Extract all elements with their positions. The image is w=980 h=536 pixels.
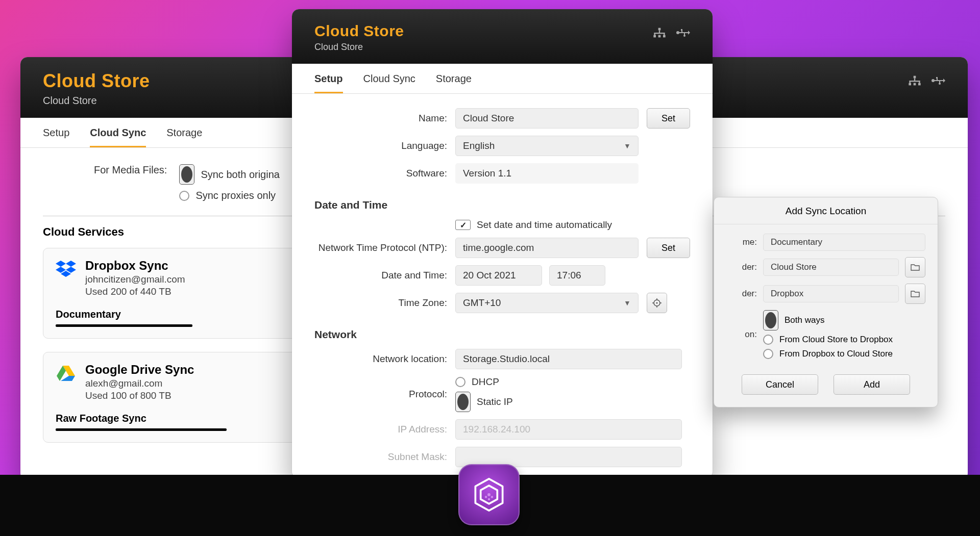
protocol-static[interactable]: Static IP xyxy=(455,392,690,412)
usb-icon[interactable] xyxy=(931,75,945,88)
svg-rect-29 xyxy=(654,33,655,36)
timezone-label: Time Zone: xyxy=(314,297,447,309)
netloc-input[interactable]: Storage.Studio.local xyxy=(455,349,682,369)
svg-marker-15 xyxy=(56,261,66,267)
add-sync-location-panel: Add Sync Location me: Documentary der: C… xyxy=(714,197,938,407)
checkbox-icon xyxy=(455,220,471,230)
ip-input[interactable]: 192.168.24.100 xyxy=(455,419,682,440)
radio-icon xyxy=(763,310,778,330)
svg-rect-6 xyxy=(910,81,911,84)
netloc-label: Network location: xyxy=(314,353,447,365)
protocol-dhcp[interactable]: DHCP xyxy=(455,376,690,388)
tab-storage[interactable]: Storage xyxy=(166,127,202,147)
svg-point-47 xyxy=(485,496,487,498)
svg-point-43 xyxy=(656,302,657,304)
service-account: alexh@gmail.com xyxy=(85,378,194,389)
asl-folder1-input[interactable]: Cloud Store xyxy=(763,259,899,276)
svg-rect-23 xyxy=(658,28,661,31)
radio-icon xyxy=(179,164,194,185)
time-input[interactable]: 17:06 xyxy=(549,265,605,286)
svg-marker-16 xyxy=(66,261,76,267)
radio-icon xyxy=(763,335,773,345)
svg-rect-32 xyxy=(678,32,688,33)
header-icons xyxy=(908,75,945,88)
asl-folder2-browse-button[interactable] xyxy=(905,284,925,304)
ntp-input[interactable]: time.google.com xyxy=(455,238,639,258)
asl-dir-both[interactable]: Both ways xyxy=(763,310,925,330)
service-name: Google Drive Sync xyxy=(85,363,194,377)
service-account: johncitizen@gmail.com xyxy=(85,274,185,285)
svg-point-46 xyxy=(487,493,491,496)
asl-dir-to-dropbox[interactable]: From Cloud Store to Dropbox xyxy=(763,335,925,345)
radio-icon xyxy=(455,392,471,412)
ntp-set-button[interactable]: Set xyxy=(647,238,690,258)
asl-folder1-browse-button[interactable] xyxy=(905,257,925,277)
chevron-down-icon: ▼ xyxy=(624,299,631,307)
tab-cloud-sync[interactable]: Cloud Sync xyxy=(363,73,415,93)
header-icons xyxy=(652,28,690,40)
asl-name-input[interactable]: Documentary xyxy=(763,234,925,251)
app-icon[interactable] xyxy=(458,464,520,525)
svg-rect-14 xyxy=(939,81,940,84)
svg-marker-10 xyxy=(943,79,945,83)
asl-folder1-label: der: xyxy=(726,262,757,272)
svg-rect-0 xyxy=(914,76,916,79)
asl-add-button[interactable]: Add xyxy=(834,374,910,395)
svg-point-49 xyxy=(488,498,490,500)
language-label: Language: xyxy=(314,140,447,151)
app-title: Cloud Store xyxy=(43,70,150,92)
name-set-button[interactable]: Set xyxy=(647,108,690,129)
network-icon[interactable] xyxy=(908,75,922,88)
google-drive-icon xyxy=(56,363,76,383)
tab-setup[interactable]: Setup xyxy=(43,127,69,147)
media-files-option-proxies[interactable]: Sync proxies only xyxy=(179,190,280,201)
asl-folder2-label: der: xyxy=(726,289,757,299)
cloudstore-window-setup: Cloud Store Cloud Store Setup Cloud Sync… xyxy=(292,9,713,478)
radio-icon xyxy=(179,191,189,201)
radio-icon xyxy=(763,349,773,359)
svg-rect-9 xyxy=(933,80,943,81)
locate-timezone-button[interactable] xyxy=(647,293,667,313)
tabs: Setup Cloud Sync Storage xyxy=(292,64,713,94)
datetime-heading: Date and Time xyxy=(314,199,690,211)
tab-storage[interactable]: Storage xyxy=(436,73,472,93)
service-progress-bar xyxy=(56,428,227,431)
svg-rect-2 xyxy=(914,83,916,86)
software-label: Software: xyxy=(314,168,447,179)
svg-rect-30 xyxy=(664,33,665,36)
tab-cloud-sync[interactable]: Cloud Sync xyxy=(90,127,146,147)
usb-icon[interactable] xyxy=(676,28,690,40)
asl-direction-label: on: xyxy=(726,329,757,340)
window-header: Cloud Store Cloud Store xyxy=(292,9,713,64)
asl-cancel-button[interactable]: Cancel xyxy=(742,374,818,395)
svg-rect-25 xyxy=(658,35,661,38)
protocol-label: Protocol: xyxy=(314,389,447,400)
service-usage: Used 200 of 440 TB xyxy=(85,286,185,297)
svg-marker-33 xyxy=(688,31,690,35)
auto-datetime-checkbox[interactable]: Set date and time automatically xyxy=(455,219,690,231)
language-select[interactable]: English ▼ xyxy=(455,136,639,156)
timezone-select[interactable]: GMT+10 ▼ xyxy=(455,293,639,313)
svg-rect-37 xyxy=(684,33,685,36)
svg-rect-28 xyxy=(654,33,665,34)
asl-folder2-input[interactable]: Dropbox xyxy=(763,285,899,302)
subnet-label: Subnet Mask: xyxy=(314,451,447,463)
svg-rect-12 xyxy=(937,78,938,81)
dropbox-icon xyxy=(56,259,76,279)
asl-name-label: me: xyxy=(726,237,757,247)
app-subtitle: Cloud Store xyxy=(43,95,150,107)
name-input[interactable]: Cloud Store xyxy=(455,108,639,129)
svg-point-48 xyxy=(491,496,493,498)
folder-icon xyxy=(911,290,920,297)
service-name: Dropbox Sync xyxy=(85,259,185,273)
service-usage: Used 100 of 800 TB xyxy=(85,390,194,401)
media-files-option-both[interactable]: Sync both origina xyxy=(179,164,280,185)
asl-dir-from-dropbox[interactable]: From Dropbox to Cloud Store xyxy=(763,349,925,359)
tab-setup[interactable]: Setup xyxy=(314,73,343,93)
folder-icon xyxy=(911,264,920,271)
app-subtitle: Cloud Store xyxy=(314,42,404,53)
date-input[interactable]: 20 Oct 2021 xyxy=(455,265,542,286)
network-icon[interactable] xyxy=(652,28,667,40)
ntp-label: Network Time Protocol (NTP): xyxy=(314,242,447,253)
ip-label: IP Address: xyxy=(314,424,447,435)
